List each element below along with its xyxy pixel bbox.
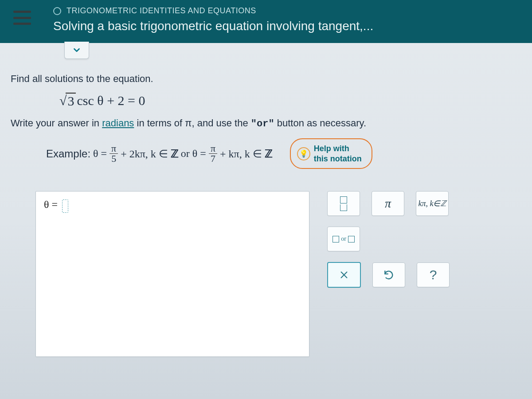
sqrt-icon: √ 3 bbox=[59, 93, 76, 109]
key-undo[interactable] bbox=[372, 262, 405, 287]
key-k-pi-integer[interactable]: kπ, k∈ℤ bbox=[416, 191, 449, 216]
instruction: Write your answer in radians in terms of… bbox=[11, 117, 521, 129]
radians-link[interactable]: radians bbox=[102, 117, 134, 129]
key-pi[interactable]: π bbox=[372, 191, 404, 216]
fraction-1: π 5 bbox=[110, 144, 118, 164]
equation-rest: csc θ + 2 = 0 bbox=[77, 93, 145, 108]
answer-input[interactable]: θ = bbox=[35, 191, 309, 357]
fraction-icon bbox=[340, 196, 347, 211]
header: TRIGONOMETRIC IDENTITIES AND EQUATIONS S… bbox=[0, 0, 532, 43]
problem-area: Find all solutions to the equation. √ 3 … bbox=[0, 43, 532, 191]
fraction-2: π 7 bbox=[209, 144, 217, 164]
answer-prefix: θ = bbox=[44, 199, 58, 211]
equation: √ 3 csc θ + 2 = 0 bbox=[59, 93, 521, 109]
key-clear[interactable] bbox=[327, 262, 361, 288]
example-math: Example: θ = π 5 + 2kπ, k ∈ ℤ or θ = π 7… bbox=[46, 144, 272, 164]
chevron-down-icon bbox=[72, 45, 82, 55]
keypad: π kπ, k∈ℤ or bbox=[327, 191, 460, 357]
menu-icon[interactable] bbox=[13, 11, 31, 25]
breadcrumb: TRIGONOMETRIC IDENTITIES AND EQUATIONS bbox=[53, 6, 523, 16]
cursor-slot[interactable] bbox=[62, 200, 68, 213]
example-row: Example: θ = π 5 + 2kπ, k ∈ ℤ or θ = π 7… bbox=[46, 138, 521, 169]
key-help[interactable]: ? bbox=[417, 262, 450, 287]
help-notation-button[interactable]: 💡 Help with this notation bbox=[290, 138, 372, 169]
radicand: 3 bbox=[66, 93, 76, 109]
work-row: θ = π kπ, k∈ℤ or bbox=[0, 191, 532, 368]
key-fraction[interactable] bbox=[327, 191, 360, 216]
expand-toggle[interactable] bbox=[64, 42, 89, 59]
close-icon bbox=[339, 270, 349, 280]
key-or[interactable]: or bbox=[327, 227, 360, 251]
lightbulb-icon: 💡 bbox=[297, 147, 310, 160]
prompt-text: Find all solutions to the equation. bbox=[11, 73, 521, 85]
breadcrumb-text: TRIGONOMETRIC IDENTITIES AND EQUATIONS bbox=[66, 6, 256, 16]
page-title: Solving a basic trigonometric equation i… bbox=[53, 19, 523, 33]
topic-indicator-icon bbox=[53, 7, 61, 15]
undo-icon bbox=[383, 269, 395, 281]
